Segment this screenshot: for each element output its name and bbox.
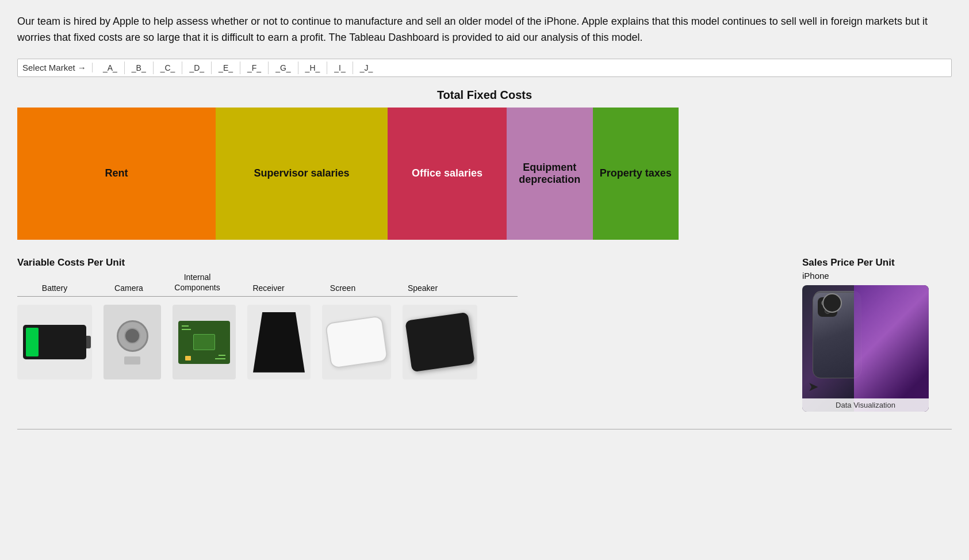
treemap-office-salaries[interactable]: Office salaries	[388, 108, 507, 240]
speaker-label-col: Speaker	[385, 283, 460, 293]
market-tab-g[interactable]: _G_	[269, 62, 298, 74]
market-tab-b[interactable]: _B_	[125, 62, 154, 74]
market-tab-f[interactable]: _F_	[240, 62, 269, 74]
receiver-image	[247, 305, 311, 379]
market-selector-bar: Select Market → _A_ _B_ _C_ _D_ _E_ _F_ …	[17, 59, 952, 77]
market-tab-d[interactable]: _D_	[182, 62, 212, 74]
variable-costs-section: Variable Costs Per Unit Battery Camera I…	[17, 257, 791, 412]
market-tab-a[interactable]: _A_	[96, 62, 125, 74]
market-tab-h[interactable]: _H_	[298, 62, 328, 74]
treemap-equipment-depreciation[interactable]: Equipment depreciation	[507, 108, 593, 240]
speaker-label: Speaker	[408, 283, 438, 293]
variable-costs-title: Variable Costs Per Unit	[17, 257, 791, 269]
market-tab-i[interactable]: _I_	[327, 62, 353, 74]
market-selector-label: Select Market →	[22, 63, 93, 72]
component-images-row	[17, 305, 791, 379]
battery-image	[17, 305, 92, 379]
receiver-label: Receiver	[252, 283, 284, 293]
bottom-section: Variable Costs Per Unit Battery Camera I…	[17, 257, 952, 412]
internal-label-col: Internal Components	[166, 272, 229, 293]
speaker-image	[403, 305, 477, 379]
internal-label: Internal Components	[174, 272, 220, 293]
camera-label: Camera	[114, 283, 143, 293]
battery-label-col: Battery	[17, 283, 92, 293]
battery-label: Battery	[42, 283, 67, 293]
sales-price-section: Sales Price Per Unit iPhone ➤ Data Visua…	[802, 257, 952, 412]
treemap-property-taxes[interactable]: Property taxes	[593, 108, 679, 240]
treemap-rent[interactable]: Rent	[17, 108, 216, 240]
market-tab-j[interactable]: _J_	[353, 62, 380, 74]
internal-components-image	[173, 305, 236, 379]
screen-image	[322, 305, 391, 379]
camera-image	[104, 305, 161, 379]
camera-label-col: Camera	[100, 283, 158, 293]
receiver-label-col: Receiver	[237, 283, 300, 293]
treemap: Rent Supervisor salaries Office salaries…	[17, 108, 679, 240]
screen-label-col: Screen	[308, 283, 377, 293]
iphone-visualization[interactable]: ➤ Data Visualization	[802, 285, 929, 412]
treemap-supervisor-salaries[interactable]: Supervisor salaries	[216, 108, 388, 240]
bottom-divider	[17, 429, 952, 429]
component-labels-row: Battery Camera Internal Components Recei…	[17, 272, 791, 293]
cursor-icon: ➤	[808, 379, 818, 394]
sales-price-title: Sales Price Per Unit	[802, 257, 952, 269]
market-tab-c[interactable]: _C_	[154, 62, 183, 74]
total-fixed-costs-title: Total Fixed Costs	[17, 89, 952, 102]
intro-paragraph: Our team is hired by Apple to help asses…	[17, 14, 952, 46]
market-tab-e[interactable]: _E_	[212, 62, 240, 74]
data-visualization-badge: Data Visualization	[802, 398, 929, 412]
iphone-product-label: iPhone	[802, 271, 952, 281]
screen-label: Screen	[330, 283, 355, 293]
